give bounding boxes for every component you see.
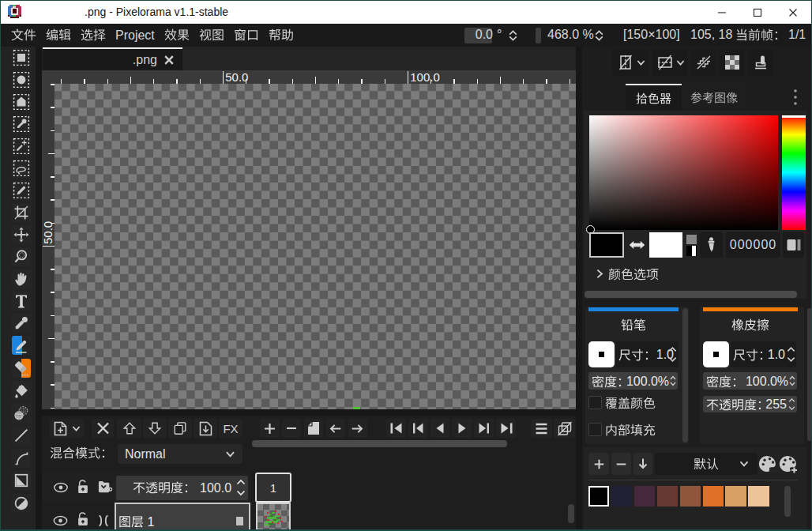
merge-layer-down-button[interactable] <box>194 419 217 438</box>
tool-zoom[interactable] <box>12 247 31 266</box>
tool-pan[interactable] <box>12 269 31 288</box>
layer-visibility-icon[interactable] <box>51 514 70 527</box>
palette-remove-color-button[interactable] <box>611 453 631 475</box>
palette-swatch-2[interactable] <box>634 486 655 507</box>
frame-1-button[interactable]: 1 <box>255 473 291 503</box>
menu-project[interactable]: Project <box>115 28 155 43</box>
vertical-ruler[interactable]: 50.0 <box>42 84 55 409</box>
play-forward-button[interactable] <box>452 419 472 438</box>
timeline-settings-button[interactable] <box>531 419 552 438</box>
close-button[interactable] <box>775 1 810 24</box>
tool-curve[interactable] <box>12 449 31 468</box>
menu-item-4[interactable] <box>164 28 190 43</box>
menu-item-0[interactable] <box>11 28 36 43</box>
layer-opacity-spinbox[interactable]: 100.0 <box>116 476 248 500</box>
eraser-brush-button[interactable] <box>703 341 729 367</box>
tool-pencil[interactable] <box>12 336 31 355</box>
layer-row[interactable]: 1 <box>115 503 250 531</box>
tool-text[interactable] <box>12 292 31 311</box>
tab-reference-images[interactable] <box>682 84 746 111</box>
delete-layer-button[interactable] <box>92 419 114 438</box>
minimize-button[interactable] <box>704 1 739 24</box>
screen-color-picker-button[interactable] <box>700 232 723 258</box>
tool-polygon-select[interactable] <box>12 92 31 111</box>
eraser-size-spinbox[interactable]: 1.0 <box>731 341 796 367</box>
next-frame-button[interactable] <box>474 419 494 438</box>
layer-fx-button[interactable]: FX <box>219 419 242 438</box>
menu-item-1[interactable] <box>46 28 71 43</box>
palette-swatch-6[interactable] <box>725 486 746 507</box>
palette-swatch-7[interactable] <box>748 486 769 507</box>
maximize-button[interactable] <box>739 1 775 24</box>
play-backwards-button[interactable] <box>430 419 450 438</box>
palette-add-color-button[interactable] <box>588 453 609 475</box>
tool-rectangle[interactable] <box>12 471 31 490</box>
palette-swatch-5[interactable] <box>703 486 724 507</box>
tool-paint-select[interactable] <box>12 181 31 200</box>
color-options-chevron-icon[interactable] <box>596 269 603 279</box>
menu-item-6[interactable] <box>234 28 259 43</box>
palette-swatch-0[interactable] <box>588 486 609 507</box>
pencil-size-spinbox[interactable]: 1.0 <box>616 341 679 367</box>
eraser-opacity-spin-icon[interactable] <box>788 397 796 412</box>
overwrite-color-label[interactable] <box>605 396 656 410</box>
tool-select-by-color[interactable] <box>12 115 31 134</box>
color-mode-button[interactable] <box>783 232 804 258</box>
hex-color-input[interactable]: 000000 <box>726 232 780 258</box>
palette-swatch-3[interactable] <box>657 486 678 507</box>
eraser-density-slider[interactable]: 100.0 % <box>703 372 797 390</box>
palette-swatch-1[interactable] <box>611 486 632 507</box>
document-tab[interactable]: .png <box>43 47 182 70</box>
tool-color-picker[interactable] <box>12 314 31 333</box>
alpha-lock-button[interactable] <box>719 49 745 76</box>
color-options-label[interactable] <box>608 267 659 281</box>
tool-move[interactable] <box>12 225 31 244</box>
first-frame-button[interactable] <box>386 419 406 438</box>
dynamics-button[interactable] <box>747 49 773 76</box>
layer-expand-handle[interactable] <box>236 517 243 525</box>
palette-swatch-4[interactable] <box>680 486 701 507</box>
menu-item-7[interactable] <box>269 28 294 43</box>
onion-skinning-button[interactable] <box>554 419 575 438</box>
active-color-swatch[interactable] <box>589 232 624 258</box>
canvas[interactable] <box>55 84 576 409</box>
palette-v-scrollbar[interactable] <box>784 486 791 517</box>
add-frame-button[interactable] <box>260 419 280 438</box>
zoom-spin-arrows-icon[interactable] <box>594 30 604 41</box>
tool-crop[interactable] <box>12 203 31 222</box>
opacity-spin-arrows-icon[interactable] <box>235 477 247 498</box>
palette-sort-button[interactable] <box>633 453 652 475</box>
pixel-perfect-button[interactable] <box>691 49 716 76</box>
palette-new-icon[interactable] <box>779 454 799 473</box>
tool-shading[interactable] <box>12 404 31 423</box>
tab-close-icon[interactable] <box>164 55 175 66</box>
rotation-spin-arrows-icon[interactable] <box>508 30 518 41</box>
panel-menu-icon[interactable] <box>792 88 799 106</box>
eraser-density-spin-icon[interactable] <box>789 375 795 387</box>
tool-bucket[interactable] <box>12 381 31 400</box>
hue-slider-cursor[interactable] <box>782 115 806 118</box>
fill-inside-checkbox[interactable] <box>588 423 602 436</box>
clone-frame-button[interactable] <box>304 419 323 438</box>
menu-item-5[interactable] <box>199 28 224 43</box>
horizontal-ruler[interactable]: 50.0100.0 <box>42 70 576 84</box>
remove-frame-button[interactable] <box>282 419 301 438</box>
link-cels-icon[interactable] <box>94 514 113 527</box>
tool-magic-wand[interactable] <box>12 137 31 156</box>
layer-lock-icon[interactable] <box>76 510 90 528</box>
add-layer-button[interactable] <box>50 419 84 438</box>
right-panel-v-scrollbar[interactable] <box>807 308 812 441</box>
timeline-v-scrollbar[interactable] <box>568 504 574 523</box>
secondary-color-swatch[interactable] <box>649 232 682 258</box>
palette-edit-icon[interactable] <box>758 454 778 473</box>
pencil-size-spin-icon[interactable] <box>667 344 678 365</box>
global-visibility-icon[interactable] <box>52 481 70 494</box>
tool-ellipse-select[interactable] <box>12 70 31 89</box>
overwrite-color-checkbox[interactable] <box>588 396 602 409</box>
color-panel-h-scrollbar[interactable] <box>585 291 797 298</box>
previous-frame-button[interactable] <box>408 419 428 438</box>
tool-line[interactable] <box>12 426 31 445</box>
zoom-value[interactable]: 468.0 % <box>547 23 594 46</box>
eraser-size-spin-icon[interactable] <box>786 344 796 365</box>
zoom-slider-fill[interactable] <box>536 28 541 43</box>
